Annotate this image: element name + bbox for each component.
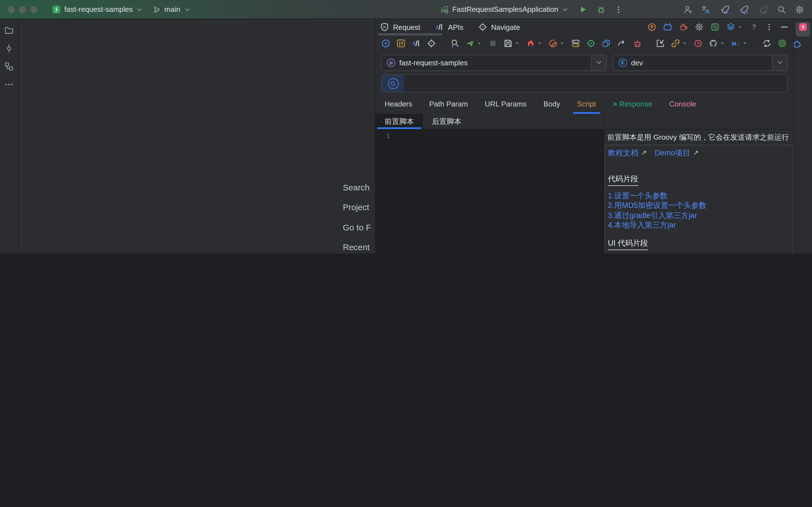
debug-button[interactable]	[597, 5, 606, 14]
panel-settings-icon[interactable]	[695, 22, 704, 32]
apis-tree-icon[interactable]	[412, 39, 421, 48]
caret-down-icon[interactable]	[514, 41, 520, 46]
jrebel-debug-icon[interactable]	[739, 4, 749, 14]
project-settings-icon[interactable]	[396, 39, 405, 48]
more-actions-icon[interactable]	[615, 5, 622, 13]
layers-icon[interactable]	[726, 22, 735, 32]
project-widget[interactable]: fast-request-samples	[49, 3, 146, 15]
snippet-link[interactable]: 3.通过gradle引入第三方jar	[608, 210, 787, 220]
apis-icon	[435, 22, 444, 32]
tab-pre-script[interactable]: 前置脚本	[375, 114, 423, 129]
zoom-window-button[interactable]	[31, 6, 37, 13]
github-icon[interactable]	[709, 39, 718, 48]
reload-icon[interactable]	[777, 39, 786, 48]
import-icon[interactable]	[656, 39, 665, 48]
project-selector[interactable]: p fast-request-samples	[381, 54, 607, 71]
method-badge-letter: G	[388, 78, 398, 89]
help-doc-pane[interactable]: 教程文档↗ Demo项目↗ 代码片段1.设置一个头参数2.用MD5加密设置一个头…	[605, 145, 794, 253]
toggle-params-icon[interactable]	[571, 39, 580, 48]
clear-icon[interactable]	[632, 39, 641, 48]
tab-scroll-thumb[interactable]	[378, 33, 442, 35]
caret-down-icon[interactable]	[737, 24, 743, 30]
tab-path-param[interactable]: Path Param	[429, 94, 468, 114]
panel-options-icon[interactable]	[765, 23, 773, 31]
script-code-editor[interactable]: 1	[375, 129, 604, 253]
edit-doc-icon[interactable]	[549, 39, 558, 48]
tab-navigate[interactable]: Navigate	[478, 22, 520, 32]
caret-down-icon[interactable]	[476, 41, 482, 46]
duplicate-icon[interactable]	[602, 39, 611, 48]
teaching-icon[interactable]	[663, 22, 672, 32]
shortcut-hint: Go to F	[343, 217, 375, 237]
panel-header-actions: ?	[647, 22, 789, 32]
chevron-down-icon[interactable]	[776, 59, 783, 66]
search-everywhere-icon[interactable]	[777, 5, 786, 14]
jump-to-code-icon[interactable]	[587, 39, 596, 48]
save-request-icon[interactable]	[504, 39, 513, 48]
locate-api-icon[interactable]	[427, 39, 436, 48]
send-request-icon[interactable]	[466, 39, 475, 48]
markdown-export-icon[interactable]: M↓	[731, 39, 741, 48]
tab-url-params[interactable]: URL Params	[485, 94, 527, 114]
help-icon[interactable]: ?	[749, 22, 758, 32]
tab-body[interactable]: Body	[543, 94, 560, 114]
tutorial-doc-link[interactable]: 教程文档↗	[608, 148, 647, 158]
redo-icon[interactable]	[617, 39, 626, 48]
project-toolwindow-icon[interactable]	[2, 24, 16, 37]
structure-toolwindow-icon[interactable]	[2, 60, 16, 73]
hide-panel-icon[interactable]	[780, 22, 789, 32]
translation-icon[interactable]: 文A	[702, 5, 711, 14]
editor-area[interactable]: SearchProjectGo to FRecentNavigatDrop fi	[18, 19, 375, 253]
tab-navigate-label: Navigate	[491, 23, 520, 31]
tab-request[interactable]: Request	[380, 22, 420, 32]
more-toolwindows-icon[interactable]	[2, 78, 16, 91]
tab-script[interactable]: Script	[577, 94, 596, 114]
window-controls[interactable]	[8, 6, 37, 13]
close-window-button[interactable]	[8, 6, 15, 13]
expand-panel-icon[interactable]	[711, 22, 719, 32]
snippet-link[interactable]: 2.用MD5加密设置一个头参数	[608, 201, 787, 210]
script-editor-column: 前置脚本 后置脚本 1	[375, 114, 604, 253]
chevron-down-icon[interactable]	[596, 59, 602, 66]
refresh-icon[interactable]	[762, 39, 771, 48]
tab-headers[interactable]: Headers	[385, 94, 412, 114]
caret-down-icon[interactable]	[559, 41, 565, 46]
jrebel-disabled-icon	[758, 4, 768, 14]
fast-request-toolwindow-button[interactable]	[796, 22, 810, 37]
left-tool-stripe	[0, 19, 18, 253]
commit-toolwindow-icon[interactable]	[2, 42, 16, 55]
shortcut-hint: Search	[343, 177, 375, 198]
copy-link-icon[interactable]	[671, 39, 680, 48]
tab-response[interactable]: > Response	[613, 94, 652, 114]
vcs-branch-widget[interactable]: main	[150, 3, 194, 15]
url-field[interactable]: G	[381, 74, 788, 93]
help-links: 教程文档↗ Demo项目↗	[608, 148, 787, 158]
snippet-link[interactable]: 1.设置一个头参数	[608, 191, 787, 201]
tab-console[interactable]: Console	[669, 94, 696, 114]
url-input[interactable]	[404, 75, 787, 92]
branch-name: main	[164, 5, 180, 13]
caret-down-icon[interactable]	[537, 41, 543, 46]
upgrade-icon[interactable]	[647, 22, 656, 32]
history-icon[interactable]	[694, 39, 703, 48]
run-button[interactable]	[578, 5, 588, 14]
method-badge[interactable]: G	[382, 75, 404, 92]
caret-down-icon[interactable]	[719, 41, 725, 46]
demo-project-link[interactable]: Demo项目↗	[655, 148, 699, 158]
code-with-me-icon[interactable]	[683, 5, 693, 14]
caret-down-icon[interactable]	[742, 41, 748, 46]
minimize-window-button[interactable]	[19, 6, 26, 13]
jrebel-run-icon[interactable]	[719, 4, 730, 14]
tab-apis[interactable]: APIs	[435, 22, 463, 32]
run-configuration-widget[interactable]: FastRequestSamplesApplication	[437, 3, 572, 15]
caret-down-icon[interactable]	[682, 41, 688, 46]
snippet-link[interactable]: 4.本地导入第三方jar	[608, 220, 787, 230]
config-icon[interactable]	[381, 39, 390, 48]
settings-icon[interactable]	[795, 5, 804, 14]
tab-post-script[interactable]: 后置脚本	[423, 114, 470, 129]
donate-coffee-icon[interactable]	[679, 22, 688, 32]
search-api-icon[interactable]	[451, 39, 460, 48]
hot-deploy-icon[interactable]	[526, 39, 535, 48]
plugin-icon[interactable]	[793, 39, 802, 48]
environment-selector[interactable]: E dev	[613, 54, 788, 71]
